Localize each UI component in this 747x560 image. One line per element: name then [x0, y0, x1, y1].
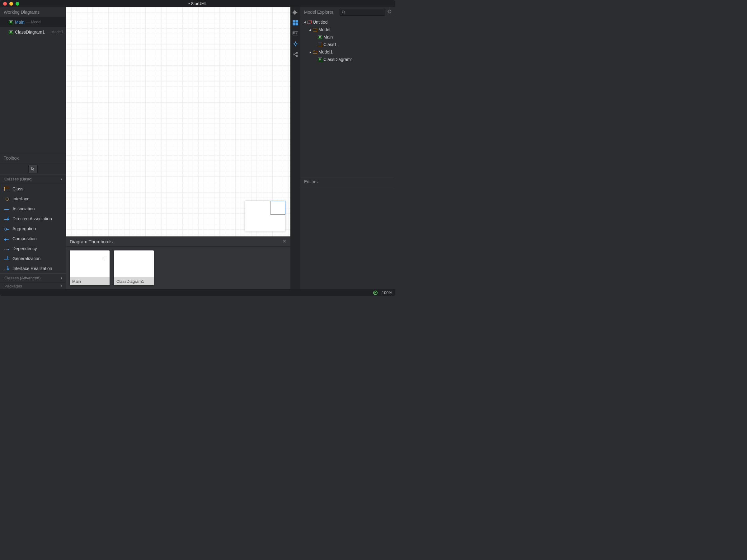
toolbox-section-label: Classes (Advanced) — [4, 276, 41, 280]
toolbox-item-label: Generalization — [12, 256, 41, 261]
close-thumbnails-button[interactable] — [282, 239, 287, 244]
working-diagram-name: Main — [15, 20, 24, 25]
editors-header: Editors — [300, 177, 395, 187]
class-icon — [318, 43, 322, 46]
toolbox-header: Toolbox — [0, 153, 66, 163]
window-zoom-button[interactable] — [16, 2, 19, 6]
toolbox-item-label: Interface — [12, 196, 29, 201]
share-icon — [292, 52, 298, 57]
toolbox-item-aggregation[interactable]: Aggregation — [0, 224, 66, 234]
expand-arrow-icon[interactable]: ◢ — [308, 50, 312, 54]
toolbox-section-packages[interactable]: Packages ▼ — [0, 283, 66, 289]
working-diagram-item-main[interactable]: Main — Model — [0, 17, 66, 27]
minimap-viewport[interactable] — [271, 201, 285, 215]
expand-icon: ▼ — [60, 284, 63, 288]
tree-label: Class1 — [324, 42, 337, 47]
tree-node-model[interactable]: ◢ Model — [300, 26, 395, 33]
expand-arrow-icon[interactable]: ◢ — [308, 28, 312, 31]
model-explorer-header: Model Explorer — [300, 7, 395, 17]
toolbox-item-interface-realization[interactable]: Interface Realization — [0, 264, 66, 273]
share-button[interactable] — [292, 51, 299, 58]
toolbox-section-classes-basic[interactable]: Classes (Basic) ▲ — [0, 175, 66, 184]
toolbox-item-interface[interactable]: Interface — [0, 194, 66, 204]
thumbnail-classdiagram1[interactable]: ClassDiagram1 — [114, 250, 154, 285]
toolbox-item-composition[interactable]: Composition — [0, 234, 66, 244]
tree-label: Model — [318, 27, 330, 32]
diagram-canvas[interactable] — [66, 7, 290, 236]
svg-rect-1 — [296, 20, 298, 22]
toolbox-item-label: Dependency — [12, 246, 37, 251]
status-bar: 100% — [0, 289, 395, 296]
svg-point-8 — [342, 10, 344, 13]
close-icon — [282, 239, 287, 243]
window-minimize-button[interactable] — [9, 2, 13, 6]
markdown-icon — [292, 30, 298, 36]
working-diagrams-header: Working Diagrams — [0, 7, 66, 17]
aggregation-icon — [4, 226, 9, 231]
toolbox-item-class[interactable]: Class — [0, 184, 66, 194]
directed-association-icon — [4, 216, 9, 221]
puzzle-icon — [292, 9, 298, 15]
toolbox-section-label: Classes (Basic) — [4, 177, 32, 181]
working-diagram-item-classdiagram1[interactable]: ClassDiagram1 — Model1 — [0, 27, 66, 37]
tree-label: Untitled — [313, 20, 328, 25]
right-tool-rail — [290, 7, 300, 289]
window-title: • StarUML — [0, 1, 395, 6]
toolbox-item-directed-association[interactable]: Directed Association — [0, 214, 66, 224]
titlebar: • StarUML — [0, 0, 395, 7]
markdown-button[interactable] — [292, 30, 299, 36]
model-explorer-settings-button[interactable] — [387, 9, 391, 15]
validation-status-icon[interactable] — [373, 291, 378, 295]
composition-icon — [4, 236, 9, 241]
minimap[interactable] — [245, 201, 285, 232]
svg-point-9 — [389, 11, 390, 12]
expand-icon: ▼ — [60, 276, 63, 280]
toolbox-item-label: Aggregation — [12, 226, 36, 231]
class-icon — [4, 187, 9, 191]
svg-rect-0 — [293, 20, 295, 22]
zoom-level[interactable]: 100% — [382, 290, 392, 295]
toolbox-item-generalization[interactable]: Generalization — [0, 254, 66, 264]
tree-label: Main — [324, 34, 333, 39]
toolbox-item-dependency[interactable]: Dependency — [0, 244, 66, 254]
package-icon — [313, 28, 317, 31]
editors-title: Editors — [304, 179, 318, 184]
crosshair-icon — [292, 41, 298, 47]
toolbox-item-association[interactable]: Association — [0, 204, 66, 214]
working-diagram-name: ClassDiagram1 — [15, 30, 45, 34]
toolbox-section-classes-advanced[interactable]: Classes (Advanced) ▼ — [0, 273, 66, 283]
diagram-icon — [318, 58, 322, 61]
working-diagrams-list: Main — Model ClassDiagram1 — Model1 — [0, 17, 66, 153]
tree-node-class1[interactable]: Class1 — [300, 41, 395, 48]
model-explorer-tree: ◢ Untitled ◢ Model Main Class1 ◢ Model1 — [300, 17, 395, 64]
diagram-icon — [9, 20, 13, 24]
toolbox-item-label: Association — [12, 206, 35, 211]
diagram-icon — [318, 35, 322, 39]
extensions-button[interactable] — [292, 9, 299, 15]
tree-node-main-diagram[interactable]: Main — [300, 33, 395, 41]
svg-point-5 — [293, 54, 294, 55]
thumbnail-main[interactable]: Main — [70, 250, 109, 285]
gear-icon — [387, 9, 391, 14]
window-close-button[interactable] — [3, 2, 7, 6]
tree-label: Model1 — [318, 50, 333, 54]
package-icon — [313, 50, 317, 54]
tree-node-classdiagram1[interactable]: ClassDiagram1 — [300, 56, 395, 63]
tree-node-untitled[interactable]: ◢ Untitled — [300, 18, 395, 26]
toolbox-section-label: Packages — [4, 284, 22, 288]
toolbox-item-label: Interface Realization — [12, 266, 52, 271]
toolbox-item-label: Directed Association — [12, 216, 52, 221]
interface-realization-icon — [4, 266, 9, 271]
thumbnails-toggle-button[interactable] — [292, 20, 299, 26]
expand-arrow-icon[interactable]: ◢ — [303, 21, 306, 24]
traffic-lights — [0, 2, 19, 6]
cursor-icon — [31, 167, 35, 171]
tree-node-model1[interactable]: ◢ Model1 — [300, 48, 395, 56]
generalization-icon — [4, 256, 9, 261]
locate-button[interactable] — [292, 41, 299, 47]
diagram-icon — [9, 30, 13, 34]
selection-tool[interactable] — [28, 165, 38, 173]
model-explorer-search[interactable] — [340, 9, 385, 16]
diagram-thumbnails-title: Diagram Thumbnails — [70, 239, 113, 244]
toolbox-item-label: Class — [12, 186, 23, 191]
